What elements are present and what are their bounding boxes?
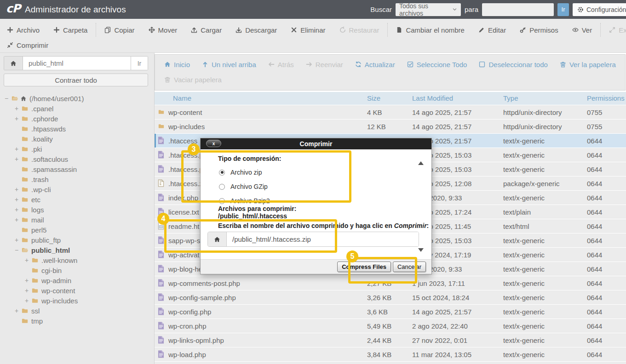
expand-toggle[interactable]: + — [24, 277, 29, 284]
table-row[interactable]: wp-cron.php5,49 KB2 ago 2024, 22:40text/… — [155, 319, 626, 333]
list-toolbar-row-2: Vaciar papelera — [155, 74, 625, 85]
settings-button[interactable]: Configuración — [573, 3, 626, 16]
dialog-scrollbar[interactable] — [418, 159, 424, 255]
toolbar-row-2: Comprimir — [0, 39, 626, 51]
tree-item-label: .wp-cli — [30, 186, 51, 193]
tree-item-wp-content[interactable]: +wp-content — [3, 285, 84, 296]
tree-item-koality[interactable]: .koality — [3, 134, 84, 144]
file-type: text/x-generic — [503, 279, 545, 287]
dialog-close-button[interactable]: x — [206, 140, 221, 147]
expand-toggle[interactable]: + — [24, 297, 29, 304]
tree-item-wp-admin[interactable]: +wp-admin — [3, 275, 84, 285]
table-row[interactable] — [155, 362, 626, 364]
nav-item-actualizar[interactable]: Actualizar — [349, 61, 401, 68]
compress-files-button[interactable]: Compress Files — [337, 262, 391, 272]
expand-toggle[interactable]: + — [14, 196, 19, 203]
expand-toggle[interactable]: + — [14, 307, 19, 314]
expand-toggle[interactable]: + — [14, 145, 19, 153]
tree-item-softaculous[interactable]: +.softaculous — [3, 154, 84, 164]
search-scope-select[interactable]: Todos sus archivos — [396, 3, 461, 16]
toolbar-item-permisos[interactable]: Permisos — [513, 26, 565, 34]
file-type: text/x-generic — [503, 322, 545, 330]
tree-item-public-ftp[interactable]: +public_ftp — [3, 235, 84, 245]
home-button[interactable] — [4, 57, 23, 70]
table-row[interactable]: wp-config-sample.php3,26 KB15 oct 2024, … — [155, 290, 626, 304]
column-header-size[interactable]: Size — [367, 94, 380, 102]
extract-icon — [609, 27, 615, 33]
toolbar-item-archivo[interactable]: Archivo — [0, 26, 46, 34]
table-row[interactable]: wp-links-opml.php2,44 KB27 nov 2022, 0:0… — [155, 333, 626, 347]
tree-item-spamassassin[interactable]: .spamassassin — [3, 164, 84, 174]
nav-item-deseleccionar-todo[interactable]: Deseleccionar todo — [473, 61, 553, 68]
expand-toggle[interactable]: + — [14, 186, 19, 193]
expand-toggle[interactable]: + — [14, 216, 19, 223]
column-header-name[interactable]: Name — [173, 94, 191, 102]
column-header-last-modified[interactable]: Last Modified — [412, 94, 453, 102]
nav-item-seleccione-todo[interactable]: Seleccione Todo — [401, 61, 473, 68]
expand-toggle[interactable]: + — [14, 206, 19, 213]
toolbar-item-copiar[interactable]: Copiar — [98, 26, 141, 34]
tree-item-cgi-bin[interactable]: cgi-bin — [3, 265, 84, 275]
column-header-type[interactable]: Type — [503, 94, 518, 102]
expand-toggle[interactable]: + — [24, 287, 29, 294]
tree-item-cphorde[interactable]: +.cphorde — [3, 114, 84, 124]
archive-name-input[interactable] — [227, 232, 419, 246]
tree-item-logs[interactable]: +logs — [3, 205, 84, 215]
scroll-up-icon[interactable] — [418, 159, 424, 165]
table-row[interactable]: wp-comments-post.php2,27 KB1 jun 2023, 1… — [155, 276, 626, 290]
expand-toggle[interactable]: + — [14, 105, 19, 112]
toolbar-item-comprimir[interactable]: Comprimir — [0, 41, 55, 49]
tree-item-trash[interactable]: .trash — [3, 174, 84, 184]
cancel-button[interactable]: Cancelar — [393, 262, 426, 272]
toolbar-item-mover[interactable]: Mover — [142, 26, 184, 34]
nav-item-un-nivel-arriba[interactable]: Un nivel arriba — [196, 61, 262, 68]
path-go-button[interactable]: Ir — [131, 57, 148, 70]
scroll-down-icon[interactable] — [418, 248, 424, 255]
toolbar-item-cambiar-el-nombre[interactable]: Cambiar el nombre — [389, 26, 471, 34]
expand-toggle[interactable]: + — [14, 155, 19, 163]
toolbar-item-label: Eliminar — [300, 26, 325, 34]
tree-item-mail[interactable]: +mail — [3, 215, 84, 225]
tree-item-wp-includes[interactable]: +wp-includes — [3, 296, 84, 306]
toolbar-item-editar[interactable]: Editar — [471, 26, 513, 34]
tree-item-tmp[interactable]: tmp — [3, 316, 84, 326]
toolbar-item-descargar[interactable]: Descargar — [229, 26, 284, 34]
toolbar-item-ver[interactable]: Ver — [565, 26, 599, 34]
collapse-toggle[interactable]: − — [4, 95, 9, 102]
table-row[interactable]: wp-content4 KB14 ago 2025, 21:57httpd/un… — [155, 105, 626, 119]
table-row[interactable]: wp-config.php3,6 KB14 ago 2025, 21:57tex… — [155, 305, 626, 318]
table-row[interactable]: wp-includes12 KB14 ago 2025, 21:57httpd/… — [155, 119, 626, 133]
collapse-all-button[interactable]: Contraer todo — [4, 74, 148, 86]
collapse-toggle[interactable]: − — [14, 246, 19, 254]
move-icon — [149, 27, 155, 33]
nav-item-ver-la-papelera[interactable]: Ver la papelera — [554, 61, 622, 68]
nav-item-inicio[interactable]: Inicio — [158, 61, 196, 68]
tree-item-perl5[interactable]: perl5 — [3, 225, 84, 235]
toolbar-item-carpeta[interactable]: Carpeta — [46, 26, 94, 34]
tree-item-wp-cli[interactable]: +.wp-cli — [3, 184, 84, 194]
search-input[interactable] — [482, 3, 554, 16]
column-header-permissions[interactable]: Permissions — [587, 94, 625, 102]
path-input[interactable] — [23, 57, 131, 70]
file-type: text/x-generic — [503, 237, 545, 245]
expand-toggle[interactable]: + — [14, 236, 19, 244]
tree-item-public-html[interactable]: −public_html — [3, 245, 84, 255]
radio-archivo-gzip[interactable]: Archivo GZip — [219, 183, 270, 190]
expand-toggle[interactable]: + — [24, 256, 29, 264]
file-name: wp-cron.php — [168, 322, 207, 330]
tree-item-htpasswds[interactable]: .htpasswds — [3, 124, 84, 134]
tree-item-home4-user001[interactable]: −(/home4/user001) — [3, 93, 84, 103]
tree-item-well-known[interactable]: +.well-known — [3, 255, 84, 265]
table-row[interactable]: wp-load.php3,84 KB11 mar 2024, 13:05text… — [155, 347, 626, 361]
radio-archivo-bzip2[interactable]: Archivo Bzip2 — [219, 198, 270, 204]
tree-item-etc[interactable]: +etc — [3, 194, 84, 205]
search-go-button[interactable]: Ir — [557, 3, 569, 16]
toolbar-item-eliminar[interactable]: Eliminar — [284, 26, 332, 34]
tree-item-cpanel[interactable]: +.cpanel — [3, 103, 84, 114]
toolbar-item-label: Archivo — [17, 26, 40, 34]
toolbar-item-cargar[interactable]: Cargar — [184, 26, 229, 34]
radio-archivo-zip[interactable]: Archivo zip — [219, 169, 270, 176]
tree-item-pki[interactable]: +.pki — [3, 144, 84, 154]
expand-toggle[interactable]: + — [14, 115, 19, 122]
tree-item-ssl[interactable]: +ssl — [3, 306, 84, 316]
